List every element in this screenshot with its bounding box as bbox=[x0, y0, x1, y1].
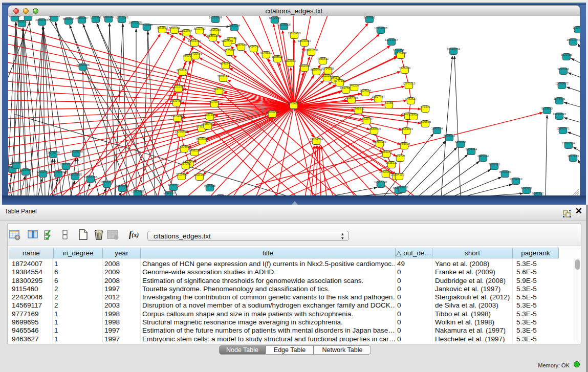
svg-text:15692971: 15692971 bbox=[556, 127, 570, 130]
svg-text:22420046: 22420046 bbox=[189, 52, 202, 55]
svg-text:16782759: 16782759 bbox=[116, 185, 129, 188]
svg-text:8813054: 8813054 bbox=[269, 16, 281, 19]
svg-text:9113935: 9113935 bbox=[541, 107, 553, 110]
svg-text:16210643: 16210643 bbox=[553, 113, 566, 116]
svg-text:8678335: 8678335 bbox=[197, 137, 208, 140]
svg-text:9777169: 9777169 bbox=[334, 79, 346, 82]
svg-text:746206: 746206 bbox=[349, 84, 359, 87]
svg-text:6794028: 6794028 bbox=[322, 67, 334, 70]
svg-text:20364436: 20364436 bbox=[345, 96, 358, 99]
svg-text:1145194: 1145194 bbox=[53, 170, 64, 173]
svg-text:18640910: 18640910 bbox=[298, 39, 311, 42]
svg-text:1610755: 1610755 bbox=[171, 99, 183, 102]
svg-text:20206576: 20206576 bbox=[47, 151, 60, 154]
svg-text:2718126: 2718126 bbox=[177, 69, 188, 72]
svg-text:1167533: 1167533 bbox=[568, 155, 579, 158]
svg-text:10975857: 10975857 bbox=[59, 163, 73, 166]
svg-text:1640954: 1640954 bbox=[431, 127, 443, 130]
svg-text:3675685: 3675685 bbox=[224, 49, 236, 52]
svg-text:12213389: 12213389 bbox=[172, 85, 185, 88]
svg-text:10807487: 10807487 bbox=[372, 95, 385, 98]
svg-text:2803144: 2803144 bbox=[217, 75, 229, 78]
svg-text:62160: 62160 bbox=[385, 101, 393, 104]
svg-text:257341: 257341 bbox=[181, 162, 190, 165]
svg-text:9084067: 9084067 bbox=[381, 150, 393, 154]
svg-text:7632621: 7632621 bbox=[489, 163, 500, 166]
svg-text:16648784: 16648784 bbox=[447, 48, 461, 51]
svg-text:9699695: 9699695 bbox=[420, 120, 431, 123]
svg-text:9463627: 9463627 bbox=[405, 97, 417, 100]
svg-text:923746: 923746 bbox=[395, 155, 405, 158]
svg-text:18807249: 18807249 bbox=[373, 140, 386, 143]
svg-text:16033809: 16033809 bbox=[209, 16, 222, 19]
svg-text:1273493: 1273493 bbox=[395, 52, 407, 55]
svg-text:7986372: 7986372 bbox=[353, 107, 365, 110]
svg-text:19654923: 19654923 bbox=[400, 127, 413, 130]
svg-text:19166825: 19166825 bbox=[175, 130, 188, 133]
svg-text:18300295: 18300295 bbox=[266, 111, 279, 114]
svg-text:12975115: 12975115 bbox=[402, 82, 415, 85]
svg-text:8990448: 8990448 bbox=[311, 68, 322, 71]
svg-text:16671355: 16671355 bbox=[128, 21, 142, 24]
svg-text:5322753: 5322753 bbox=[194, 27, 206, 30]
svg-text:29053346: 29053346 bbox=[76, 63, 90, 67]
svg-text:1292144: 1292144 bbox=[163, 191, 175, 194]
svg-text:7625402: 7625402 bbox=[176, 173, 188, 176]
svg-text:1115682: 1115682 bbox=[20, 168, 31, 171]
svg-text:1233426: 1233426 bbox=[397, 186, 408, 189]
svg-text:6466160: 6466160 bbox=[103, 16, 115, 18]
svg-text:9716485: 9716485 bbox=[204, 184, 216, 187]
svg-text:3267150: 3267150 bbox=[204, 113, 216, 116]
svg-text:772341: 772341 bbox=[420, 105, 430, 108]
svg-text:12923486: 12923486 bbox=[131, 190, 144, 193]
svg-text:1063301: 1063301 bbox=[49, 16, 60, 17]
svg-text:9657771: 9657771 bbox=[168, 184, 180, 187]
svg-text:12342757: 12342757 bbox=[36, 170, 50, 173]
svg-text:9756928: 9756928 bbox=[399, 142, 410, 145]
svg-text:12505135: 12505135 bbox=[69, 173, 82, 176]
svg-text:9245652: 9245652 bbox=[521, 187, 533, 190]
svg-text:9240122: 9240122 bbox=[532, 192, 544, 195]
svg-text:3624554: 3624554 bbox=[360, 89, 372, 92]
svg-text:8938923: 8938923 bbox=[444, 134, 455, 137]
svg-text:1435001: 1435001 bbox=[11, 162, 23, 165]
svg-text:12093872: 12093872 bbox=[555, 82, 569, 85]
svg-text:535944: 535944 bbox=[203, 122, 213, 125]
svg-text:1615132: 1615132 bbox=[386, 161, 398, 164]
svg-text:11325419: 11325419 bbox=[288, 32, 300, 35]
svg-text:9242848: 9242848 bbox=[220, 62, 232, 65]
svg-text:16961758: 16961758 bbox=[304, 49, 318, 52]
svg-text:17004675: 17004675 bbox=[178, 145, 191, 148]
svg-text:2087682: 2087682 bbox=[364, 16, 376, 19]
svg-text:16154838: 16154838 bbox=[374, 27, 387, 30]
svg-text:939546: 939546 bbox=[23, 16, 33, 17]
svg-text:10688609: 10688609 bbox=[367, 127, 381, 130]
svg-text:1244415: 1244415 bbox=[554, 97, 565, 100]
svg-text:3912954: 3912954 bbox=[181, 29, 192, 32]
svg-text:817004: 817004 bbox=[209, 100, 220, 103]
svg-text:17016504: 17016504 bbox=[562, 142, 576, 145]
svg-text:1362615: 1362615 bbox=[299, 64, 311, 68]
svg-text:18724007: 18724007 bbox=[287, 102, 300, 105]
svg-text:9329966: 9329966 bbox=[561, 53, 573, 56]
svg-text:2055721: 2055721 bbox=[9, 16, 21, 17]
svg-text:1588520: 1588520 bbox=[272, 55, 284, 58]
svg-text:14136141: 14136141 bbox=[374, 181, 387, 184]
svg-text:10653267: 10653267 bbox=[75, 16, 89, 19]
svg-text:8660124: 8660124 bbox=[169, 27, 181, 30]
svg-text:8471626: 8471626 bbox=[499, 170, 511, 173]
svg-text:1112753: 1112753 bbox=[573, 26, 580, 29]
svg-text:20691406: 20691406 bbox=[35, 18, 49, 21]
svg-text:6479197: 6479197 bbox=[455, 141, 467, 144]
svg-text:19654985: 19654985 bbox=[171, 115, 184, 118]
svg-text:2935114: 2935114 bbox=[477, 155, 489, 158]
svg-text:15720407: 15720407 bbox=[360, 117, 374, 120]
svg-text:9474444: 9474444 bbox=[466, 148, 477, 151]
svg-text:17359928: 17359928 bbox=[70, 150, 83, 153]
svg-text:8186328: 8186328 bbox=[207, 34, 219, 37]
svg-text:13958127: 13958127 bbox=[100, 181, 114, 184]
svg-text:12213967: 12213967 bbox=[385, 38, 398, 41]
svg-text:7663822: 7663822 bbox=[157, 26, 168, 29]
svg-text:7485063: 7485063 bbox=[399, 67, 411, 70]
svg-text:7955812: 7955812 bbox=[317, 57, 329, 60]
